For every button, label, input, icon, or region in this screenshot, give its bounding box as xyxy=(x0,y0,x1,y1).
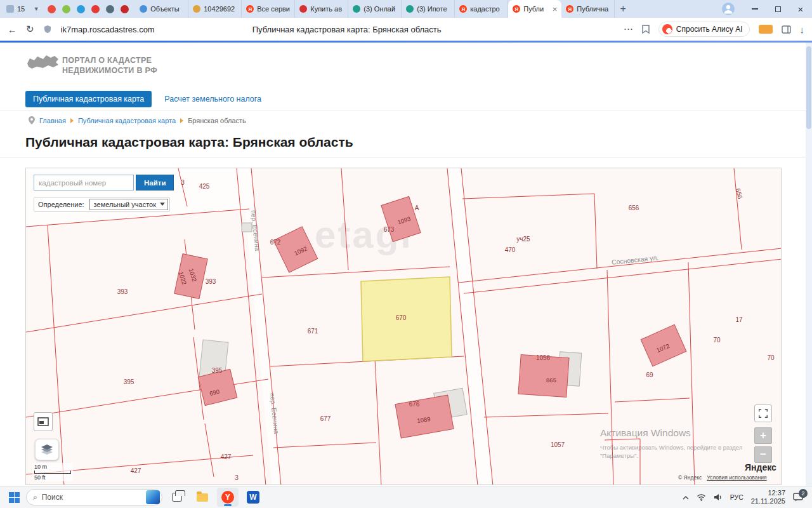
browser-tab[interactable]: Купить ав xyxy=(295,0,348,18)
word-button[interactable]: W xyxy=(242,488,264,507)
pinned-tab-icon[interactable] xyxy=(77,5,85,13)
window-close-button[interactable]: × xyxy=(789,0,812,18)
location-pin-icon xyxy=(29,116,35,124)
parcel-label: 3 xyxy=(235,474,239,481)
address-page-title[interactable]: Публичная кадастровая карта: Брянская об… xyxy=(252,25,615,34)
scrollbar-thumb[interactable] xyxy=(806,46,811,129)
alice-label: Спросить Алису AI xyxy=(676,25,743,34)
tab-favicon xyxy=(193,5,200,13)
pinned-tab-icon[interactable] xyxy=(106,5,114,13)
clock-time: 12:37 xyxy=(751,489,785,497)
browser-tab[interactable]: Якадастро xyxy=(455,0,508,18)
activation-line1: Чтобы активировать Windows, перейдите в … xyxy=(600,443,742,451)
more-actions-icon[interactable]: ⋯ xyxy=(624,23,633,35)
page-title: Публичная кадастровая карта: Брянская об… xyxy=(25,135,353,150)
browser-tab[interactable]: Объекты xyxy=(135,0,188,18)
file-explorer-button[interactable] xyxy=(192,488,213,507)
fullscreen-button[interactable] xyxy=(754,404,772,422)
definition-label: Определение: xyxy=(36,200,87,209)
parcel-label: 425 xyxy=(199,183,210,190)
browser-tab[interactable]: ЯВсе серви xyxy=(242,0,295,18)
tab-land-tax-calc[interactable]: Расчет земельного налога xyxy=(164,95,261,104)
page-scrollbar[interactable] xyxy=(806,43,812,486)
window-minimize-button[interactable] xyxy=(743,0,766,18)
bookmark-flag-icon[interactable] xyxy=(642,25,650,34)
sidebar-panel-icon[interactable] xyxy=(782,25,791,34)
browser-tab[interactable]: ЯПубли× xyxy=(508,0,561,18)
network-icon[interactable] xyxy=(697,493,706,501)
parcel-label: 690 xyxy=(209,388,220,398)
breadcrumb-map[interactable]: Публичная кадастровая карта xyxy=(78,117,176,124)
search-highlight-thumbnail xyxy=(146,490,160,504)
parcel-label: 17 xyxy=(735,316,742,323)
reload-button[interactable]: ↻ xyxy=(26,23,34,35)
ask-alice-button[interactable]: Спросить Алису AI xyxy=(658,22,750,37)
parcel-label: 1093 xyxy=(396,215,412,226)
browser-tab[interactable]: (3) Ипоте xyxy=(402,0,455,18)
tab-favicon: Я xyxy=(566,5,573,13)
portal-logo-line1: ПОРТАЛ О КАДАСТРЕ xyxy=(62,55,157,65)
street-label: Сосновская ул. xyxy=(611,253,658,266)
address-url[interactable]: ik7map.roscadastres.com xyxy=(61,25,155,34)
taskbar-search[interactable]: ⌕ Поиск xyxy=(26,489,162,505)
new-tab-button[interactable]: + xyxy=(615,0,631,18)
tab-counter[interactable]: 15 xyxy=(0,0,31,18)
task-view-button[interactable] xyxy=(166,488,188,507)
search-button[interactable]: Найти xyxy=(136,175,174,190)
parcel-label: уч25 xyxy=(516,236,530,243)
tab-public-cadastral-map[interactable]: Публичная кадастровая карта xyxy=(25,91,152,107)
browser-nav-bar: ← ↻ ik7map.roscadastres.com Публичная ка… xyxy=(0,18,812,41)
activation-line2: "Параметры". xyxy=(600,451,742,460)
tab-title: Купить ав xyxy=(310,5,343,13)
search-icon: ⌕ xyxy=(33,493,37,502)
maximize-icon xyxy=(775,6,781,12)
pinned-tab-icon[interactable] xyxy=(121,5,129,13)
language-indicator[interactable]: РУС xyxy=(730,493,743,501)
profile-avatar[interactable] xyxy=(722,3,735,15)
taskbar-clock[interactable]: 12:37 21.11.2025 xyxy=(751,489,785,505)
volume-icon[interactable] xyxy=(714,493,723,501)
back-button[interactable]: ← xyxy=(8,24,17,35)
parcel-label: 395 xyxy=(212,367,223,374)
window-maximize-button[interactable] xyxy=(766,0,789,18)
browser-tab[interactable]: 10429692 xyxy=(188,0,242,18)
notification-badge: 2 xyxy=(799,489,808,498)
tab-title: Публи xyxy=(523,5,549,13)
tab-favicon: Я xyxy=(459,5,467,13)
extension-icon[interactable] xyxy=(759,25,773,34)
layers-button[interactable] xyxy=(35,439,59,460)
site-security-icon[interactable] xyxy=(43,25,52,34)
notification-center-button[interactable]: 2 xyxy=(793,493,803,502)
map-attribution: © Яндекс Условия использования xyxy=(678,474,767,481)
downloads-button[interactable]: ↓ xyxy=(800,24,805,35)
cadastral-number-input[interactable] xyxy=(34,175,134,190)
tab-title: (3) Онлай xyxy=(363,5,396,13)
tab-close-icon[interactable]: × xyxy=(553,5,558,13)
pinned-tab-icon[interactable] xyxy=(91,5,100,13)
start-button[interactable] xyxy=(9,492,20,503)
tab-counter-value: 15 xyxy=(17,5,25,13)
definition-select[interactable]: земельный участок xyxy=(89,199,168,210)
yandex-browser-button[interactable]: Y xyxy=(217,488,239,507)
tab-list-chevron-icon[interactable]: ▼ xyxy=(31,0,41,18)
zoom-out-button[interactable]: − xyxy=(754,446,772,463)
parcel-label: 656 xyxy=(735,188,744,200)
yandex-logo: Яндекс xyxy=(745,462,776,472)
chevron-down-icon xyxy=(160,203,165,206)
browser-tab[interactable]: (3) Онлай xyxy=(348,0,402,18)
terms-link[interactable]: Условия использования xyxy=(707,474,766,481)
tab-title: Все серви xyxy=(257,5,290,13)
parcel-label: 1089 xyxy=(417,415,431,424)
browser-tab[interactable]: ЯПублична xyxy=(561,0,615,18)
parcel-label: А xyxy=(415,204,419,211)
window-controls: × xyxy=(743,0,812,18)
map-extent-button[interactable] xyxy=(34,412,53,431)
pinned-tab-icon[interactable] xyxy=(48,5,56,13)
zoom-in-button[interactable]: + xyxy=(754,427,772,444)
parcel-label: 677 xyxy=(320,415,331,422)
tray-chevron-up-icon[interactable] xyxy=(683,495,689,500)
pinned-tab-icon[interactable] xyxy=(62,5,70,13)
parcel-label: 427 xyxy=(221,453,232,460)
cadastral-map[interactable]: etagi xyxy=(25,168,782,485)
breadcrumb-home[interactable]: Главная xyxy=(39,117,66,124)
